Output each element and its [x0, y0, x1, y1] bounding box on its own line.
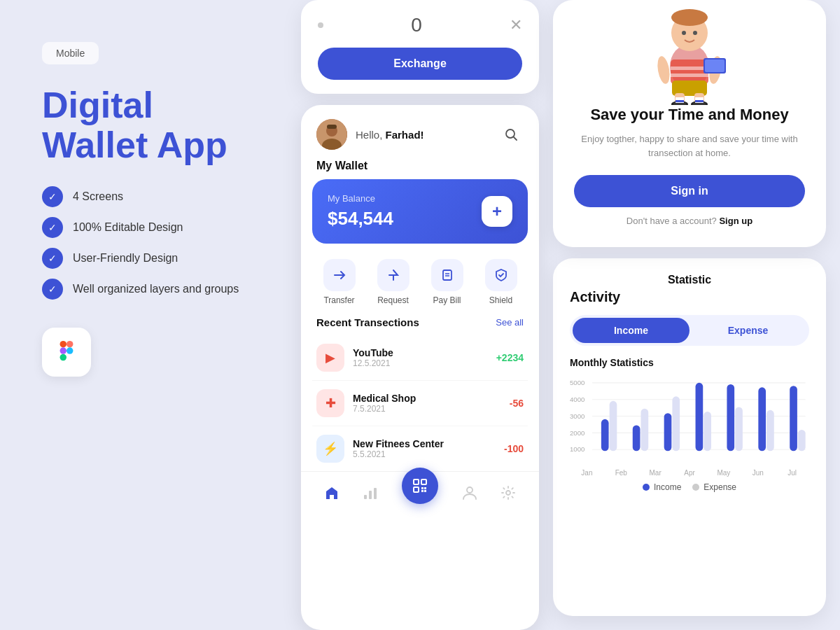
svg-rect-19: [414, 487, 419, 492]
chart-area: 5000 4000 3000 2000 1000: [570, 375, 809, 466]
nav-settings[interactable]: [500, 485, 516, 500]
left-panel: Mobile Digital Wallet App ✓ 4 Screens ✓ …: [0, 0, 294, 630]
transfer-action[interactable]: Transfer: [323, 259, 356, 305]
svg-rect-0: [60, 341, 66, 347]
feature-item-4: ✓ Well organized layers and groups: [42, 279, 259, 300]
chart-label-apr: Apr: [673, 469, 707, 477]
nav-profile[interactable]: [462, 485, 477, 500]
request-icon: [377, 259, 410, 291]
feature-item-2: ✓ 100% Editable Design: [42, 217, 259, 238]
svg-rect-32: [671, 66, 708, 70]
feature-label-1: 4 Screens: [73, 190, 123, 203]
right-panel: Save your Time and Money Enjoy togther, …: [546, 0, 840, 630]
svg-rect-48: [695, 100, 704, 102]
svg-rect-69: [758, 388, 766, 451]
tx-name-medical: Medical Shop: [353, 393, 501, 404]
svg-rect-67: [727, 384, 734, 451]
youtube-icon: ▶: [316, 344, 344, 372]
svg-point-29: [682, 31, 686, 35]
svg-rect-59: [601, 419, 609, 451]
feature-item-3: ✓ User-Friendly Design: [42, 248, 259, 269]
exchange-button[interactable]: Exchange: [318, 48, 522, 80]
wallet-header: Hello, Farhad!: [301, 105, 539, 160]
svg-rect-3: [60, 354, 66, 360]
stats-subtitle: Activity: [570, 289, 809, 305]
bottom-nav: [301, 471, 539, 514]
svg-rect-31: [671, 59, 708, 84]
svg-point-25: [506, 491, 510, 495]
svg-rect-15: [369, 491, 372, 499]
chart-legend: Income Expense: [570, 482, 809, 492]
search-button[interactable]: [498, 122, 524, 147]
user-info: Hello, Farhad!: [316, 119, 424, 150]
statistics-card: Statistic Activity Income Expense Monthl…: [553, 258, 826, 616]
signin-button[interactable]: Sign in: [574, 175, 805, 207]
save-time-card: Save your Time and Money Enjoy togther, …: [553, 0, 826, 247]
income-toggle-button[interactable]: Income: [573, 318, 690, 343]
mascot-figure: [640, 0, 738, 105]
save-title: Save your Time and Money: [590, 105, 788, 125]
close-icon[interactable]: ✕: [510, 16, 522, 34]
svg-rect-17: [414, 479, 419, 484]
feature-label-4: Well organized layers and groups: [73, 283, 239, 295]
shield-action[interactable]: Shield: [485, 259, 517, 305]
center-panel: 0 ✕ Exchange Hello, Farhad!: [294, 0, 546, 630]
svg-rect-63: [664, 413, 672, 451]
expense-toggle-button[interactable]: Expense: [690, 318, 806, 343]
add-balance-button[interactable]: +: [482, 196, 512, 227]
svg-text:2000: 2000: [570, 429, 584, 437]
svg-rect-72: [798, 430, 806, 451]
svg-text:5000: 5000: [570, 379, 584, 386]
tx-date-fitness: 5.5.2021: [353, 449, 496, 459]
svg-point-30: [693, 31, 697, 35]
transaction-row-youtube: ▶ YouTube 12.5.2021 +2234: [312, 335, 528, 381]
my-wallet-title: My Wallet: [301, 160, 539, 179]
nav-home[interactable]: [324, 485, 340, 500]
tx-amount-youtube: +2234: [496, 352, 524, 363]
transaction-row-fitness: ⚡ New Fitnees Center 5.5.2021 -100: [312, 426, 528, 471]
svg-text:3000: 3000: [570, 412, 584, 420]
chart-label-mar: Mar: [638, 469, 673, 477]
request-action[interactable]: Request: [377, 259, 410, 305]
svg-rect-37: [705, 59, 724, 72]
svg-rect-22: [421, 490, 424, 492]
exchange-dot: [318, 22, 323, 28]
feature-label-3: User-Friendly Design: [73, 252, 178, 265]
features-list: ✓ 4 Screens ✓ 100% Editable Design ✓ Use…: [42, 186, 259, 300]
feature-label-2: 100% Editable Design: [73, 221, 183, 234]
legend-income: Income: [643, 482, 681, 492]
svg-rect-66: [704, 412, 711, 451]
legend-income-label: Income: [654, 482, 681, 492]
income-dot: [643, 484, 650, 491]
tx-amount-medical: -56: [510, 398, 524, 409]
bar-chart: 5000 4000 3000 2000 1000: [570, 375, 809, 466]
save-description: Enjoy togther, happy to share and save y…: [574, 132, 805, 162]
chart-label-may: May: [706, 469, 741, 477]
signup-link[interactable]: Sign up: [719, 216, 752, 226]
nav-chart[interactable]: [363, 485, 378, 500]
svg-rect-61: [633, 426, 640, 451]
svg-rect-20: [421, 487, 424, 489]
see-all-link[interactable]: See all: [496, 317, 524, 328]
transfer-icon: [323, 259, 356, 291]
fitness-icon: ⚡: [316, 435, 344, 463]
exchange-inputs: 0 ✕: [318, 14, 522, 36]
nav-qr-button[interactable]: [402, 468, 438, 504]
svg-rect-33: [671, 74, 708, 77]
legend-expense-label: Expense: [704, 482, 736, 492]
recent-section-header: Recent Transections See all: [301, 316, 539, 335]
check-icon-4: ✓: [42, 279, 63, 300]
greeting-text: Hello, Farhad!: [356, 129, 424, 141]
transaction-row-medical: ✚ Medical Shop 7.5.2021 -56: [312, 381, 528, 426]
svg-point-34: [656, 55, 672, 85]
svg-rect-1: [66, 341, 73, 347]
svg-rect-14: [364, 495, 367, 499]
svg-rect-21: [424, 487, 426, 489]
shield-label: Shield: [489, 295, 512, 305]
tx-date-medical: 7.5.2021: [353, 404, 501, 414]
paybill-action[interactable]: Pay Bill: [431, 259, 463, 305]
figma-logo: [42, 328, 91, 377]
svg-rect-65: [696, 383, 704, 451]
svg-rect-23: [424, 490, 426, 492]
feature-item-1: ✓ 4 Screens: [42, 186, 259, 207]
